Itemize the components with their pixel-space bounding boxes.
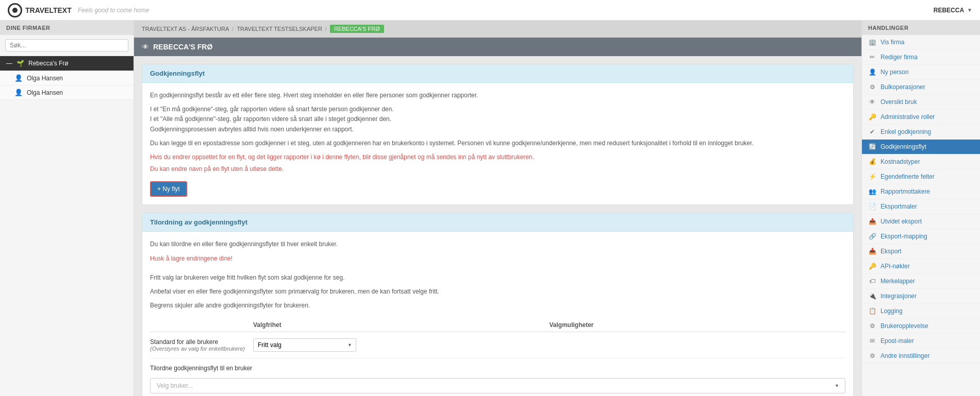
action-label-7: Godkjenningsflyt [881,143,926,150]
breadcrumb-sep-2: / [325,26,327,32]
action-label-18: Logging [881,307,903,315]
action-item-6[interactable]: ✔ Enkel godkjenning [862,125,980,140]
action-icon-17: 🔌 [868,292,876,300]
assignment-panel-header: Tilordning av godkjenningsflyt [142,213,853,232]
search-box [0,35,134,56]
info-text-1: En godkjenningsflyt består av ett eller … [150,91,845,100]
header-tagline: Feels good to come home [78,7,150,14]
breadcrumb-item-2[interactable]: TRAVELTEXT TESTSELSKAPER [237,26,322,32]
app-container: DINE FIRMAER — 🌱 Rebecca's Frø 👤 Olga Ha… [0,21,980,396]
action-item-21[interactable]: ⚙ Andre innstillinger [862,349,980,364]
user-dropdown-wrapper: Velg bruker... ▼ [150,378,845,393]
new-flow-button[interactable]: + Ny flyt [150,181,187,197]
standard-label-sub: (Overstyres av valg for enkeltbrukere) [150,346,253,352]
expand-icon: — [6,60,12,67]
assign-user-section: Tilordne godkjenningsflyt til en bruker … [150,365,845,393]
action-label-5: Administrative roller [881,113,935,120]
assign-user-label: Tilordne godkjenningsflyt til en bruker [150,365,845,372]
assignment-user-row: Tilordne godkjenningsflyt til en bruker … [150,358,845,396]
left-sidebar: DINE FIRMAER — 🌱 Rebecca's Frø 👤 Olga Ha… [0,21,134,396]
content-area: Godkjenningsflyt En godkjenningsflyt bes… [134,56,861,396]
action-icon-14: 📥 [868,248,876,255]
company-item-rebeccas-fro[interactable]: — 🌱 Rebecca's Frø [0,56,134,71]
action-label-20: Epost-maler [881,337,914,345]
action-icon-12: 📤 [868,218,876,225]
action-item-7[interactable]: 🔄 Godkjenningsflyt [862,140,980,154]
action-item-15[interactable]: 🔑 API-nøkler [862,259,980,274]
action-item-14[interactable]: 📥 Eksport [862,244,980,259]
action-icon-21: ⚙ [868,352,876,359]
action-label-21: Andre innstillinger [881,352,929,359]
standard-label-main: Standard for alle brukere [150,338,253,346]
action-item-19[interactable]: ⚙ Brukeropplevelse [862,319,980,334]
page-title: REBECCA'S FRØ [153,43,212,51]
freedom-select[interactable]: Fritt valg Anbefal Begrens [253,338,356,352]
action-label-15: API-nøkler [881,263,910,270]
actions-container: 🏢 Vis firma ✏ Rediger firma 👤 Ny person … [862,35,980,364]
action-label-8: Kostnadstyper [881,158,920,165]
action-item-18[interactable]: 📋 Logging [862,304,980,319]
action-item-3[interactable]: ⚙ Bulkoperasjoner [862,80,980,95]
breadcrumb-item-1[interactable]: TRAVELTEXT AS - ÅRSFAKTURA [142,26,229,32]
action-label-3: Bulkoperasjoner [881,83,925,91]
col-freedom-header: Valgfrihet [253,321,550,329]
assignment-standard-row: Standard for alle brukere (Overstyres av… [150,332,845,358]
assignment-desc-5: Begrens skjuler alle andre godkjenningsf… [150,301,845,311]
action-label-19: Brukeropplevelse [881,322,928,330]
action-label-17: Integrasjoner [881,292,917,300]
action-label-12: Utvidet eksport [881,218,922,225]
action-label-0: Vis firma [881,39,904,46]
breadcrumb: TRAVELTEXT AS - ÅRSFAKTURA / TRAVELTEXT … [134,21,861,38]
action-label-10: Rapportmottakere [881,188,930,195]
col-label-header [150,321,253,329]
header-left: TRAVELTEXT Feels good to come home [8,3,149,18]
person-item-1[interactable]: 👤 Olga Hansen [0,71,134,85]
assignment-panel-body: Du kan tilordne en eller flere godkjenni… [142,232,853,396]
action-icon-15: 🔑 [868,263,876,270]
action-item-5[interactable]: 🔑 Administrative roller [862,110,980,125]
action-label-14: Eksport [881,248,902,255]
username: REBECCA [934,7,964,14]
action-item-11[interactable]: 📄 Eksportmaler [862,199,980,214]
col-options-header: Valgmuligheter [550,321,846,329]
action-item-13[interactable]: 🔗 Eksport-mapping [862,229,980,244]
page-header: 👁 REBECCA'S FRØ [134,38,861,56]
breadcrumb-item-3[interactable]: REBECCA'S FRØ [330,25,384,33]
action-item-4[interactable]: 👁 Oversikt bruk [862,95,980,110]
action-label-2: Ny person [881,68,909,76]
action-icon-2: 👤 [868,68,876,76]
action-item-16[interactable]: 🏷 Merkelapper [862,274,980,289]
action-label-13: Eksport-mapping [881,233,927,240]
action-item-8[interactable]: 💰 Kostnadstyper [862,154,980,169]
person-icon-2: 👤 [14,89,23,96]
action-icon-13: 🔗 [868,233,876,240]
person-item-2[interactable]: 👤 Olga Hansen [0,85,134,100]
user-select[interactable]: Velg bruker... [150,378,845,393]
action-item-12[interactable]: 📤 Utvidet eksport [862,214,980,229]
person-icon-1: 👤 [14,74,23,82]
person-name-1: Olga Hansen [27,75,63,82]
action-icon-5: 🔑 [868,113,876,120]
action-item-20[interactable]: ✉ Epost-maler [862,334,980,349]
action-item-9[interactable]: ⚡ Egendefinerte felter [862,169,980,184]
logo: TRAVELTEXT [8,3,72,18]
action-item-10[interactable]: 👥 Rapportmottakere [862,184,980,199]
action-item-17[interactable]: 🔌 Integrasjoner [862,289,980,304]
action-icon-4: 👁 [868,98,876,106]
action-icon-11: 📄 [868,203,876,210]
person-name-2: Olga Hansen [27,89,63,96]
action-item-0[interactable]: 🏢 Vis firma [862,35,980,50]
action-item-1[interactable]: ✏ Rediger firma [862,50,980,65]
freedom-select-wrapper: Fritt valg Anbefal Begrens [253,338,356,352]
logo-text: TRAVELTEXT [25,6,72,14]
header-user[interactable]: REBECCA ▼ [934,7,972,14]
main-content: TRAVELTEXT AS - ÅRSFAKTURA / TRAVELTEXT … [134,21,861,396]
right-sidebar: HANDLINGER 🏢 Vis firma ✏ Rediger firma 👤… [861,21,980,396]
action-icon-1: ✏ [868,54,876,61]
action-label-4: Oversikt bruk [881,98,917,106]
assignment-desc-4: Anbefal viser en eller flere godkjenning… [150,287,845,297]
action-icon-20: ✉ [868,337,876,345]
search-input[interactable] [5,39,128,51]
action-item-2[interactable]: 👤 Ny person [862,65,980,80]
standard-row-freedom: Fritt valg Anbefal Begrens [253,338,550,352]
